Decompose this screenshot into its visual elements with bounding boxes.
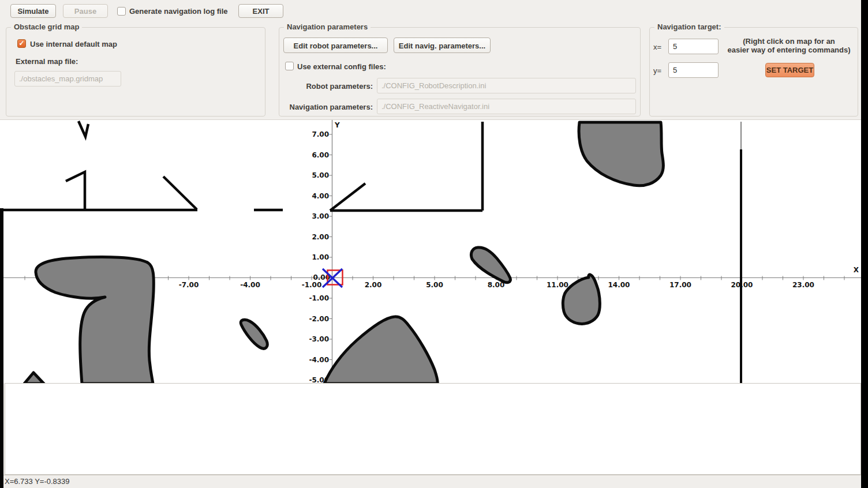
target-hint-text: (Right click on map for an easier way of… bbox=[722, 37, 856, 54]
map-wall bbox=[330, 183, 365, 211]
y-tick-label: 7.00 bbox=[312, 130, 329, 138]
map-obstacle bbox=[24, 373, 44, 384]
navigation-parameters-input: ./CONFIG_ReactiveNavigator.ini bbox=[377, 99, 636, 114]
y-tick-label: -4.00 bbox=[309, 356, 329, 364]
target-y-input[interactable]: 5 bbox=[668, 62, 719, 78]
x-tick-label: 5.00 bbox=[426, 281, 443, 289]
y-tick-label: 4.00 bbox=[312, 192, 329, 200]
navigation-parameters-group: Navigation parameters Edit robot paramet… bbox=[279, 27, 641, 117]
x-tick-label: 17.00 bbox=[669, 281, 691, 289]
robot-parameters-input: ./CONFIG_RobotDescription.ini bbox=[377, 78, 636, 93]
y-tick-label: 2.00 bbox=[312, 233, 329, 241]
robot-parameters-label: Robot parameters: bbox=[279, 82, 373, 91]
set-target-button[interactable]: SET TARGET bbox=[765, 63, 814, 77]
main-window: Simulate Pause Generate navigation log f… bbox=[0, 0, 861, 488]
nav-params-group-title: Navigation parameters bbox=[284, 22, 371, 31]
map-wall bbox=[163, 177, 197, 209]
generate-log-label: Generate navigation log file bbox=[129, 7, 227, 16]
map-wall bbox=[66, 172, 85, 210]
generate-log-checkbox[interactable] bbox=[117, 7, 126, 16]
obstacle-grid-map-group: Obstacle grid map ✓ Use internal default… bbox=[6, 27, 265, 117]
cursor-coordinates: X=6.733 Y=-0.8339 bbox=[5, 477, 70, 486]
y-tick-label: -1.00 bbox=[309, 294, 329, 302]
x-tick-label: 23.00 bbox=[792, 281, 814, 289]
map-left-boundary-wall bbox=[0, 208, 3, 488]
use-internal-map-checkbox[interactable]: ✓ bbox=[17, 39, 26, 48]
target-hint-line1: (Right click on map for an bbox=[722, 37, 856, 46]
pause-button: Pause bbox=[63, 4, 108, 18]
map-obstacle bbox=[471, 247, 510, 283]
target-x-label: x= bbox=[653, 43, 661, 51]
map-obstacle bbox=[324, 317, 437, 384]
x-tick-label: -4.00 bbox=[240, 281, 260, 289]
obstacle-group-title: Obstacle grid map bbox=[11, 22, 82, 31]
target-group-title: Navigation target: bbox=[654, 22, 724, 31]
use-internal-map-label: Use internal default map bbox=[30, 40, 117, 48]
app-screen: Simulate Pause Generate navigation log f… bbox=[0, 0, 868, 488]
desktop-edge bbox=[861, 0, 868, 488]
y-axis-name: Y bbox=[334, 121, 340, 129]
y-tick-label: 1.00 bbox=[312, 253, 329, 261]
navigation-target-group: Navigation target: x= 5 y= 5 (Right clic… bbox=[649, 27, 858, 117]
navigation-parameters-label: Navigation parameters: bbox=[279, 103, 373, 111]
y-tick-label: 3.00 bbox=[312, 212, 329, 220]
map-wall bbox=[78, 121, 88, 137]
map-obstacle bbox=[579, 122, 663, 186]
edit-navig-parameters-button[interactable]: Edit navig. parameters... bbox=[394, 37, 491, 53]
target-hint-line2: easier way of entering commands) bbox=[722, 46, 856, 54]
target-y-label: y= bbox=[653, 66, 661, 75]
use-external-config-label: Use external config files: bbox=[297, 62, 386, 71]
y-tick-label: 5.00 bbox=[312, 171, 329, 179]
edit-robot-parameters-button[interactable]: Edit robot parameters... bbox=[283, 37, 388, 53]
exit-button[interactable]: EXIT bbox=[238, 4, 283, 18]
x-tick-label: 11.00 bbox=[547, 281, 568, 289]
target-x-input[interactable]: 5 bbox=[668, 39, 719, 54]
x-tick-label: 2.00 bbox=[365, 281, 382, 289]
use-external-config-checkbox[interactable] bbox=[285, 62, 294, 70]
y-tick-label: -3.00 bbox=[309, 335, 329, 343]
map-obstacle bbox=[241, 320, 267, 348]
y-tick-label: -2.00 bbox=[309, 315, 329, 323]
external-map-file-input: ./obstacles_map.gridmap bbox=[14, 71, 121, 87]
telemetry-plot-panel bbox=[5, 383, 861, 475]
external-map-file-label: External map file: bbox=[16, 57, 78, 66]
map-obstacle bbox=[36, 257, 154, 384]
x-tick-label: 14.00 bbox=[608, 281, 630, 289]
status-bar: X=6.733 Y=-0.8339 bbox=[0, 475, 861, 488]
y-tick-label: 6.00 bbox=[312, 151, 329, 159]
map-plot-panel[interactable]: -13.00-10.00-7.00-4.00-1.002.005.008.001… bbox=[0, 119, 861, 383]
map-plot[interactable]: -13.00-10.00-7.00-4.00-1.002.005.008.001… bbox=[0, 120, 861, 384]
simulate-button[interactable]: Simulate bbox=[10, 4, 56, 18]
x-axis-name: X bbox=[854, 266, 859, 274]
x-tick-label: -7.00 bbox=[179, 281, 199, 289]
x-tick-label: -1.00 bbox=[302, 281, 322, 289]
